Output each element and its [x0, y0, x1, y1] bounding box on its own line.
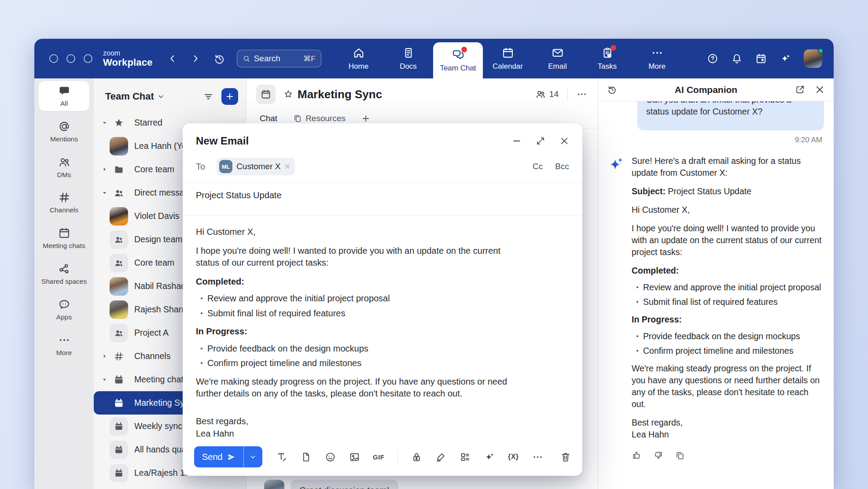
- bullet-item: ●Confirm project timeline and milestones: [196, 357, 569, 370]
- docs-icon: [402, 47, 415, 59]
- email-closing: We're making steady progress on the proj…: [196, 376, 509, 400]
- caret-right-icon[interactable]: [100, 352, 109, 361]
- discard-draft-icon[interactable]: [560, 452, 571, 462]
- calendar-date-icon[interactable]: [755, 53, 767, 64]
- email-body-editor[interactable]: Hi Customer X, I hope you're doing well!…: [183, 215, 582, 440]
- sparkle-icon[interactable]: [484, 452, 495, 463]
- bullet-item: ●Submit final list of required features: [632, 296, 824, 308]
- send-button[interactable]: Send: [194, 446, 243, 467]
- rail-item-all[interactable]: All: [39, 81, 89, 111]
- recipient-chip[interactable]: ML Customer X: [217, 158, 295, 175]
- nav-tab-more[interactable]: More: [632, 39, 682, 78]
- tab-chat[interactable]: Chat: [260, 114, 277, 123]
- chat-list-title[interactable]: Team Chat: [105, 91, 154, 102]
- rail-item-apps[interactable]: Apps: [39, 295, 89, 325]
- emoji-icon[interactable]: [325, 452, 336, 463]
- gif-icon[interactable]: GIF: [373, 452, 384, 463]
- presence-dot: [818, 48, 824, 54]
- rail-item-more[interactable]: More: [39, 330, 89, 360]
- new-chat-button[interactable]: [221, 88, 238, 105]
- lock-icon[interactable]: [411, 452, 422, 463]
- caret-down-icon[interactable]: [100, 375, 109, 384]
- bcc-button[interactable]: Bcc: [555, 162, 569, 171]
- rail-item-mentions[interactable]: Mentions: [39, 117, 89, 147]
- history-icon[interactable]: [213, 53, 225, 65]
- close-icon[interactable]: [559, 136, 569, 146]
- forward-icon[interactable]: [191, 54, 200, 63]
- star-outline-icon[interactable]: [283, 89, 293, 99]
- minimize-window-icon[interactable]: [66, 54, 75, 63]
- user-prompt-bubble: Can you draft an email that provides a s…: [637, 101, 824, 130]
- calendar-icon: [58, 227, 70, 239]
- email-inprogress-list: ●Provide feedback on the design mockups●…: [196, 343, 569, 370]
- nav-tab-email[interactable]: Email: [533, 39, 582, 78]
- nav-tab-home[interactable]: Home: [334, 39, 383, 78]
- subject-field[interactable]: Project Status Update: [183, 183, 582, 208]
- close-panel-icon[interactable]: [815, 85, 825, 95]
- calsolid-icon: [110, 417, 128, 436]
- avatar: [110, 300, 128, 319]
- layout-icon[interactable]: [460, 452, 471, 463]
- notification-badge: [461, 47, 467, 52]
- send-plane-icon: [227, 453, 235, 461]
- logo-line2: Workplace: [103, 57, 153, 67]
- image-icon[interactable]: [349, 452, 360, 463]
- zoom-workplace-logo: zoom Workplace: [103, 50, 153, 67]
- window-controls[interactable]: [49, 54, 92, 63]
- ai-sparkle-icon[interactable]: [780, 53, 791, 64]
- filter-icon[interactable]: [203, 92, 213, 102]
- more-options-icon[interactable]: [577, 89, 587, 100]
- to-field[interactable]: To ML Customer X Cc Bcc: [183, 147, 582, 175]
- chevron-down-icon[interactable]: [158, 93, 164, 100]
- send-options-button[interactable]: [244, 446, 262, 467]
- message-avatar[interactable]: [264, 480, 284, 489]
- copy-icon[interactable]: [675, 450, 685, 460]
- history-icon[interactable]: [607, 85, 617, 95]
- rail-item-shared-spaces[interactable]: Shared spaces: [39, 259, 89, 289]
- minimize-icon[interactable]: [512, 136, 522, 146]
- format-icon[interactable]: [276, 452, 287, 463]
- nav-tab-docs[interactable]: Docs: [383, 39, 433, 78]
- thumbdown-icon[interactable]: [653, 450, 663, 460]
- bullet-item: ●Confirm project timeline and milestones: [632, 345, 824, 357]
- rail-item-channels[interactable]: Channels: [39, 188, 89, 218]
- peoplefill-icon: [110, 184, 128, 202]
- rail-item-meeting-chats[interactable]: Meeting chats: [39, 223, 89, 253]
- email-inprogress-heading: In Progress:: [196, 326, 569, 338]
- user-avatar[interactable]: [804, 49, 822, 68]
- search-input[interactable]: Search ⌘F: [237, 50, 321, 67]
- rail-item-dms[interactable]: DMs: [39, 152, 89, 182]
- nav-tab-calendar[interactable]: Calendar: [483, 39, 533, 78]
- ai-feedback-row: [632, 450, 824, 460]
- remove-recipient-icon[interactable]: [284, 163, 291, 170]
- dots-icon[interactable]: [532, 452, 543, 463]
- nav-tab-tasks[interactable]: Tasks: [582, 39, 632, 78]
- email-greeting: Hi Customer X,: [196, 226, 509, 238]
- nav-tab-team-chat[interactable]: Team Chat: [433, 42, 483, 78]
- braces-icon[interactable]: {X}: [508, 452, 519, 463]
- send-button-group: Send: [194, 446, 262, 467]
- calsolid-icon: [110, 394, 128, 412]
- ai-inprogress-list: ●Provide feedback on the design mockups●…: [632, 330, 824, 357]
- notification-badge: [611, 45, 616, 51]
- calsolid-icon: [110, 464, 128, 482]
- thumbup-icon[interactable]: [632, 450, 642, 460]
- cc-button[interactable]: Cc: [533, 162, 543, 171]
- home-icon: [353, 47, 365, 59]
- back-icon[interactable]: [168, 54, 177, 63]
- divider: [567, 89, 568, 100]
- tab-resources[interactable]: Resources: [293, 114, 346, 123]
- help-icon[interactable]: [707, 53, 718, 64]
- expand-icon[interactable]: [536, 136, 545, 146]
- notifications-bell-icon[interactable]: [731, 53, 743, 64]
- maximize-window-icon[interactable]: [84, 54, 92, 63]
- add-tab-icon[interactable]: [361, 114, 370, 123]
- caret-right-icon[interactable]: [100, 165, 109, 174]
- close-window-icon[interactable]: [49, 54, 58, 63]
- caret-down-icon[interactable]: [100, 119, 109, 127]
- members-count[interactable]: 14: [535, 89, 559, 100]
- open-in-new-icon[interactable]: [795, 85, 805, 95]
- file-icon[interactable]: [301, 452, 312, 463]
- signature-icon[interactable]: [435, 452, 446, 463]
- caret-down-icon[interactable]: [100, 189, 109, 197]
